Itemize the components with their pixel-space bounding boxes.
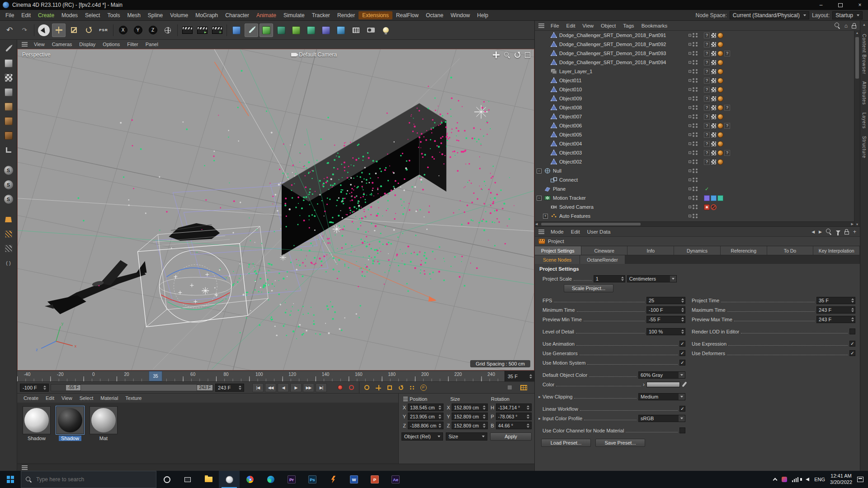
maximize-view-icon[interactable] — [525, 52, 530, 58]
volume-icon[interactable] — [806, 478, 809, 481]
visibility-dots[interactable] — [689, 123, 704, 128]
key-rotation-button[interactable] — [396, 383, 406, 392]
visibility-dot-pair[interactable] — [693, 169, 694, 173]
visibility-dot-pair[interactable] — [696, 78, 698, 83]
move-tool[interactable] — [52, 23, 66, 37]
visibility-dot-pair[interactable] — [696, 51, 698, 56]
phong-tag-icon[interactable] — [717, 159, 723, 165]
taskbar-cinema4d-button[interactable] — [219, 471, 240, 488]
volume-menu-button[interactable] — [274, 23, 288, 37]
workplane-button[interactable] — [2, 144, 15, 156]
simulate-menu-button[interactable] — [334, 23, 348, 37]
phong-tag-icon[interactable] — [717, 60, 723, 66]
scroll-up-icon[interactable]: ▴ — [863, 22, 865, 27]
viewport-menu-filter[interactable]: Filter — [123, 41, 142, 47]
no-entry-tag-icon[interactable] — [711, 204, 717, 210]
phong-tag-icon[interactable] — [717, 96, 723, 102]
goto-start-button[interactable]: |◀ — [252, 383, 264, 392]
menu-help[interactable]: Help — [473, 11, 492, 19]
edges-mode-button[interactable] — [2, 115, 15, 127]
autokey-button[interactable] — [346, 383, 357, 392]
fields-menu-button[interactable] — [304, 23, 318, 37]
spinner[interactable] — [680, 298, 685, 303]
spinner[interactable] — [482, 414, 486, 419]
visibility-dots[interactable] — [689, 132, 704, 137]
om-menu-view[interactable]: View — [579, 23, 597, 29]
material-thumbnail[interactable] — [23, 406, 51, 434]
question-tag-icon[interactable]: ? — [724, 105, 730, 111]
menu-edit[interactable]: Edit — [18, 11, 34, 19]
material-item[interactable]: Shadow — [23, 406, 51, 441]
coordinate-input[interactable]: 44.66 ° — [496, 422, 532, 429]
spinner[interactable] — [238, 385, 242, 390]
taskbar-clock[interactable]: 12:41 AM 3/20/2022 — [830, 473, 852, 486]
timeline-ruler[interactable]: -40-200204060801001201401601802002202403… — [17, 371, 505, 381]
checker-tag-icon[interactable] — [711, 150, 717, 156]
taskbar-taskview-button[interactable] — [177, 471, 198, 488]
am-menu-mode[interactable]: Mode — [547, 229, 567, 235]
model-mode-button[interactable] — [2, 57, 15, 70]
tab-key-interpolation[interactable]: Key Interpolation — [813, 246, 860, 255]
taskbar-word-button[interactable]: W — [344, 471, 364, 488]
paint-tool-button[interactable] — [2, 213, 15, 226]
coordinates-menu-icon[interactable] — [401, 394, 410, 404]
menu-tools[interactable]: Tools — [104, 11, 123, 19]
preview-range-slider[interactable]: -55 F 243 F — [51, 384, 213, 391]
object-row-object010[interactable]: Object010? — [535, 85, 854, 94]
am-menu-edit[interactable]: Edit — [567, 229, 584, 235]
question-tag-icon[interactable]: ? — [704, 42, 710, 47]
tab-to-do[interactable]: To Do — [767, 246, 814, 255]
visibility-dot-pair[interactable] — [693, 96, 694, 101]
brackets-button[interactable]: ( ) — [2, 257, 15, 269]
language-indicator[interactable]: ENG — [814, 477, 825, 482]
visibility-dot-pair[interactable] — [696, 33, 698, 38]
preview-min-time-input[interactable]: -55 F — [646, 316, 685, 323]
current-frame-marker[interactable]: 35 — [149, 371, 162, 381]
visibility-dot-pair[interactable] — [693, 51, 694, 56]
scroll-left-icon[interactable]: ◀ — [535, 222, 538, 226]
spinner[interactable] — [526, 414, 530, 419]
visibility-dot-pair[interactable] — [696, 60, 698, 65]
view-clipping-select[interactable]: Medium — [638, 393, 685, 400]
motion-a-tag-icon[interactable] — [704, 195, 710, 201]
material-menu-edit[interactable]: Edit — [42, 395, 58, 401]
visibility-dots[interactable] — [689, 205, 704, 209]
visibility-dot-pair[interactable] — [693, 214, 694, 218]
key-pla-button[interactable]: P — [418, 383, 429, 392]
material-menu-texture[interactable]: Texture — [122, 395, 145, 401]
color-swatch[interactable] — [646, 382, 680, 387]
om-menu-bookmarks[interactable]: Bookmarks — [638, 23, 671, 29]
checker-tag-icon[interactable] — [711, 114, 717, 120]
visibility-dots[interactable] — [689, 150, 704, 155]
use-generators-checkbox[interactable]: ✓ — [679, 350, 685, 356]
spinner[interactable] — [680, 308, 685, 312]
phong-tag-icon[interactable] — [717, 69, 723, 75]
phong-tag-icon[interactable] — [717, 87, 723, 93]
menu-volume[interactable]: Volume — [166, 11, 192, 19]
spinner[interactable] — [620, 277, 625, 281]
tab-scene-nodes[interactable]: Scene Nodes — [535, 255, 580, 264]
visibility-dots[interactable] — [689, 78, 704, 83]
taskbar-photoshop-button[interactable]: Ps — [302, 471, 323, 488]
render-view-button[interactable] — [180, 23, 194, 37]
search-icon[interactable] — [835, 23, 840, 28]
spinner[interactable] — [526, 423, 530, 428]
minimum-time-input[interactable]: -100 F — [646, 306, 685, 314]
render-picture-viewer-button[interactable]: ▸ — [195, 23, 209, 37]
visibility-dots[interactable] — [689, 160, 704, 164]
viewport-menu-panel[interactable]: Panel — [142, 41, 162, 47]
project-time-input[interactable]: 35 F — [816, 297, 855, 304]
quantize-button[interactable]: S — [2, 193, 15, 206]
object-row-solved-camera[interactable]: Solved Camera — [535, 202, 854, 211]
question-tag-icon[interactable]: ? — [704, 132, 710, 138]
coordinate-input[interactable]: 152.809 cm — [452, 413, 487, 420]
redo-button[interactable]: ↷ — [18, 23, 31, 37]
snap-settings-button[interactable] — [2, 228, 15, 240]
expand-arrow-icon[interactable]: › — [643, 381, 645, 388]
om-menu-file[interactable]: File — [547, 23, 563, 29]
object-manager-hscrollbar[interactable]: ◀ ▶ — [535, 221, 854, 226]
viewport-menu-view[interactable]: View — [30, 41, 48, 47]
prev-frame-button[interactable]: ◀ — [278, 383, 289, 392]
minimum-time-field[interactable]: -100 F — [20, 384, 49, 392]
visibility-dot-pair[interactable] — [696, 214, 698, 218]
